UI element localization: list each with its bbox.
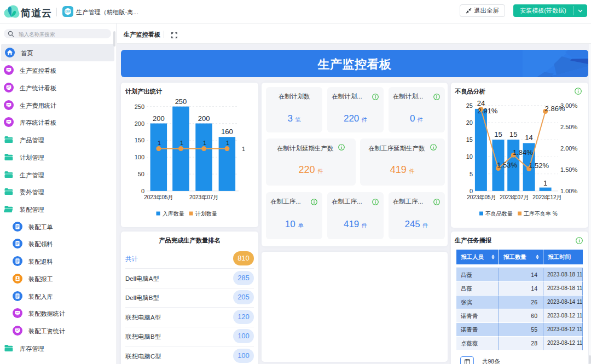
svg-text:50: 50 — [138, 171, 144, 177]
svg-text:250: 250 — [175, 97, 187, 106]
svg-text:1: 1 — [226, 140, 229, 146]
svg-text:15: 15 — [509, 130, 517, 138]
svg-text:1: 1 — [543, 179, 547, 187]
svg-text:24: 24 — [477, 99, 485, 107]
svg-text:工序不良率 %: 工序不良率 % — [524, 211, 558, 217]
svg-text:150: 150 — [135, 137, 144, 143]
svg-text:2023年05月: 2023年05月 — [467, 194, 496, 200]
svg-text:15: 15 — [466, 136, 473, 143]
svg-text:14: 14 — [525, 134, 532, 142]
svg-text:1.50%: 1.50% — [560, 166, 577, 173]
svg-text:ERP: ERP — [65, 10, 70, 13]
svg-text:1: 1 — [203, 140, 206, 146]
svg-text:计划数量: 计划数量 — [195, 211, 217, 217]
svg-text:200: 200 — [135, 120, 144, 127]
svg-text:1: 1 — [242, 146, 245, 152]
svg-text:1.00%: 1.00% — [560, 188, 577, 194]
svg-text:2.86%: 2.86% — [545, 105, 565, 113]
svg-text:5: 5 — [470, 171, 473, 177]
svg-text:160: 160 — [221, 128, 233, 136]
svg-text:1.53%: 1.53% — [497, 161, 517, 169]
svg-text:2023年12月: 2023年12月 — [532, 194, 561, 200]
svg-text:2.00%: 2.00% — [560, 145, 577, 152]
svg-text:2.50%: 2.50% — [560, 124, 577, 130]
svg-text:0: 0 — [141, 188, 144, 194]
svg-text:15: 15 — [494, 130, 502, 138]
svg-text:2.91%: 2.91% — [478, 107, 498, 115]
svg-text:200: 200 — [153, 114, 165, 123]
svg-text:100: 100 — [135, 154, 144, 160]
svg-text:25: 25 — [466, 102, 473, 109]
svg-text:1.84%: 1.84% — [513, 148, 533, 157]
svg-text:1: 1 — [180, 140, 183, 146]
svg-text:10: 10 — [466, 153, 473, 160]
svg-text:20: 20 — [466, 119, 473, 126]
svg-text:2023年05月: 2023年05月 — [144, 194, 173, 200]
svg-text:2023年07月: 2023年07月 — [189, 194, 218, 200]
svg-text:1.52%: 1.52% — [529, 161, 549, 170]
svg-text:1: 1 — [158, 140, 161, 146]
svg-text:200: 200 — [198, 114, 210, 123]
svg-text:0: 0 — [470, 188, 473, 194]
svg-text:不良品数量: 不良品数量 — [485, 211, 513, 217]
svg-text:2023年07月: 2023年07月 — [500, 194, 529, 200]
svg-text:250: 250 — [135, 103, 144, 110]
svg-text:入库数量: 入库数量 — [163, 211, 184, 217]
